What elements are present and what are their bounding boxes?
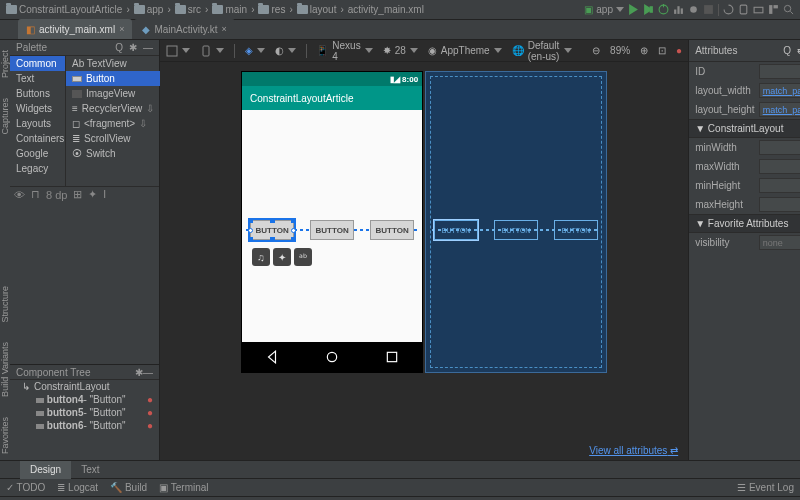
debug-icon[interactable] [658,4,669,15]
tab-text[interactable]: Text [71,461,109,479]
file-crumb[interactable]: activity_main.xml [348,4,424,15]
tool-favorites[interactable]: Favorites [0,411,10,460]
tree-root[interactable]: ↳ ConstraintLayout [10,380,159,393]
tab-design[interactable]: Design [20,461,71,479]
tool-build-variants[interactable]: Build Variants [0,336,10,403]
preview-button-selected[interactable]: BUTTON [250,220,294,240]
palette-cat[interactable]: Buttons [10,86,65,101]
attr-input[interactable] [759,159,800,174]
blueprint-preview[interactable]: BUTTON BUTTON BUTTON [426,72,606,372]
avd-icon[interactable] [738,4,749,15]
attach-debugger-icon[interactable] [688,4,699,15]
chain-action-icon[interactable]: ♫ [252,248,270,266]
stop-icon[interactable] [703,4,714,15]
palette-item[interactable]: ≡RecyclerView ⇩ [66,101,160,116]
module-crumb[interactable]: app [134,4,164,15]
design-canvas[interactable]: ▮◢8:00 ConstraintLayoutArticle BUTTON BU… [160,62,688,460]
palette-item[interactable]: ◻<fragment> ⇩ [66,116,160,131]
palette-item[interactable]: Ab TextView [66,56,160,71]
api-dropdown[interactable]: ✸ 28 [383,45,418,56]
close-icon[interactable]: × [119,24,124,34]
zoom-level[interactable]: 89% [610,45,630,56]
settings-icon[interactable]: ✱ [129,42,137,53]
minimize-icon[interactable]: — [143,367,153,378]
align-icon[interactable]: ⊞ [73,188,82,201]
guideline-icon[interactable]: Ⅰ [103,188,106,201]
attr-dropdown[interactable]: none [759,235,800,250]
tool-todo[interactable]: ✓ TODO [6,482,45,493]
view-all-attributes-link[interactable]: View all attributes ⇄ [589,445,678,456]
pack-icon[interactable]: ✦ [88,188,97,201]
profile-icon[interactable] [673,4,684,15]
attr-input[interactable] [759,178,800,193]
palette-item-button[interactable]: Button [66,71,160,86]
device-dropdown[interactable]: 📱 Nexus 4 [316,40,372,62]
device-preview[interactable]: ▮◢8:00 ConstraintLayoutArticle BUTTON BU… [242,72,422,372]
tool-logcat[interactable]: ≣ Logcat [57,482,98,493]
tree-item[interactable]: button6- "Button"● [10,419,159,432]
close-icon[interactable]: × [222,24,227,34]
tool-terminal[interactable]: ▣ Terminal [159,482,208,493]
blueprint-button-selected[interactable]: BUTTON [434,220,478,240]
attr-input[interactable] [759,140,800,155]
tool-structure[interactable]: Structure [0,280,10,329]
view-mode-dropdown[interactable]: ◈ [245,45,265,56]
palette-cat-common[interactable]: Common [10,56,65,71]
palette-item[interactable]: ≣ScrollView [66,131,160,146]
error-icon[interactable]: ● [147,394,153,405]
select-design-surface[interactable] [166,45,190,57]
sync-icon[interactable] [723,4,734,15]
tab-main-activity[interactable]: ◆MainActivity.kt× [134,19,234,39]
warnings-icon[interactable]: ● [676,45,682,56]
palette-cat[interactable]: Google [10,146,65,161]
palette-cat[interactable]: Legacy [10,161,65,176]
blueprint-button[interactable]: BUTTON [494,220,538,240]
preview-button[interactable]: BUTTON [310,220,354,240]
attr-input[interactable] [759,64,800,79]
zoom-out-icon[interactable]: ⊖ [592,45,600,56]
error-icon[interactable]: ● [147,420,153,431]
zoom-in-icon[interactable]: ⊕ [640,45,648,56]
error-icon[interactable]: ● [147,407,153,418]
attr-dropdown[interactable]: match_parent [759,102,800,117]
align-action-icon[interactable]: ✦ [273,248,291,266]
night-mode-dropdown[interactable]: ◐ [275,45,296,56]
structure-icon[interactable] [768,4,779,15]
minimize-icon[interactable]: — [143,42,153,53]
attr-input[interactable] [759,197,800,212]
run-icon[interactable] [628,4,639,15]
palette-cat[interactable]: Layouts [10,116,65,131]
tool-event-log[interactable]: ☰ Event Log [737,482,794,493]
download-icon[interactable]: ⇩ [139,118,147,129]
theme-dropdown[interactable]: ◉ AppTheme [428,45,502,56]
attr-section[interactable]: ▼ ConstraintLayout [689,119,800,138]
palette-item[interactable]: ImageView [66,86,160,101]
blueprint-button[interactable]: BUTTON [554,220,598,240]
attr-section[interactable]: ▼ Favorite Attributes [689,214,800,233]
download-icon[interactable]: ⇩ [146,103,154,114]
palette-cat[interactable]: Text [10,71,65,86]
palette-item[interactable]: ⦿Switch [66,146,160,161]
zoom-fit-icon[interactable]: ⊡ [658,45,666,56]
palette-cat[interactable]: Widgets [10,101,65,116]
eye-icon[interactable]: 👁 [14,189,25,201]
tab-activity-main[interactable]: ◧activity_main.xml× [18,19,132,39]
project-crumb[interactable]: ConstraintLayoutArticle [6,4,122,15]
palette-cat[interactable]: Containers [10,131,65,146]
preview-button[interactable]: BUTTON [370,220,414,240]
search-icon[interactable] [783,4,794,15]
search-icon[interactable]: Q [115,42,123,53]
tree-item[interactable]: button4- "Button"● [10,393,159,406]
attr-dropdown[interactable]: match_parent [759,83,800,98]
magnet-icon[interactable]: ⊓ [31,188,40,201]
tool-captures[interactable]: Captures [0,92,10,141]
tool-build[interactable]: 🔨 Build [110,482,147,493]
orientation-dropdown[interactable] [200,45,224,57]
baseline-action-icon[interactable]: ᵃᵇ [294,248,312,266]
search-icon[interactable]: Q [783,45,791,56]
tree-item[interactable]: button5- "Button"● [10,406,159,419]
locale-dropdown[interactable]: 🌐 Default (en-us) [512,40,572,62]
apply-changes-icon[interactable] [643,4,654,15]
default-margin[interactable]: 8 dp [46,189,67,201]
tool-project[interactable]: Project [0,44,10,84]
